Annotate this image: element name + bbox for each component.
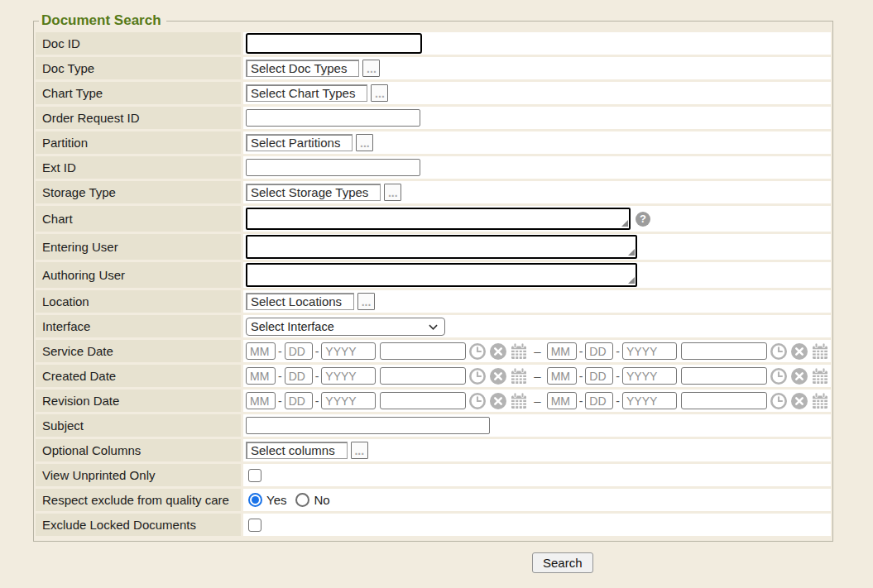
revision-date-to-day-input[interactable]: [585, 392, 613, 409]
service-date-from-month-input[interactable]: [246, 342, 276, 360]
chart-type-picker-field[interactable]: Select Chart Types: [246, 84, 367, 102]
chart-label: Chart: [36, 206, 241, 232]
chart-textarea[interactable]: [246, 208, 631, 230]
created-date-to-year-input[interactable]: [622, 367, 677, 385]
service-date-from-time-input[interactable]: [380, 342, 466, 360]
clear-icon[interactable]: [489, 392, 507, 410]
subject-input[interactable]: [246, 417, 490, 434]
authoring-user-textarea[interactable]: [246, 263, 637, 287]
service-date-to-year-input[interactable]: [622, 342, 677, 360]
calendar-icon[interactable]: [811, 392, 829, 410]
calendar-icon[interactable]: [510, 342, 528, 361]
created-date-from-month-input[interactable]: [246, 367, 276, 385]
help-icon[interactable]: ?: [636, 212, 650, 227]
row-subject: Subject: [36, 414, 831, 437]
row-respect-exclude-quality-care: Respect exclude from quality care Yes No: [36, 489, 831, 511]
calendar-icon[interactable]: [510, 367, 528, 385]
date-field-separator: -: [579, 345, 583, 358]
calendar-icon[interactable]: [510, 392, 528, 410]
created-date-label: Created Date: [36, 365, 241, 387]
created-date-from-time-input[interactable]: [380, 367, 466, 385]
clock-icon[interactable]: [770, 392, 788, 410]
location-picker-button[interactable]: ...: [357, 293, 375, 310]
clock-icon[interactable]: [468, 342, 487, 361]
clock-icon[interactable]: [468, 367, 487, 385]
revision-date-label: Revision Date: [36, 390, 241, 412]
clock-icon[interactable]: [770, 367, 788, 385]
ext-id-input[interactable]: [246, 159, 420, 176]
exclude-locked-documents-checkbox[interactable]: [248, 519, 261, 532]
interface-select-control[interactable]: Select Interface: [246, 318, 445, 336]
service-date-to-month-input[interactable]: [547, 342, 577, 360]
subject-label: Subject: [36, 414, 241, 437]
entering-user-textarea-wrap: [246, 235, 637, 259]
revision-date-from-time-input[interactable]: [380, 392, 466, 409]
storage-type-picker-button[interactable]: ...: [384, 184, 401, 201]
order-request-id-input[interactable]: [246, 109, 420, 127]
authoring-user-label: Authoring User: [36, 262, 241, 288]
service-date-to-time-input[interactable]: [681, 342, 767, 360]
radio-dot: [252, 496, 259, 504]
optional-columns-picker-button[interactable]: ...: [351, 442, 368, 459]
view-unprinted-only-checkbox[interactable]: [248, 469, 261, 482]
exclude-locked-documents-label: Exclude Locked Documents: [36, 514, 241, 536]
clear-icon[interactable]: [790, 392, 808, 410]
view-unprinted-only-label: View Unprinted Only: [36, 464, 241, 486]
clear-icon[interactable]: [489, 367, 507, 385]
revision-date-from-year-input[interactable]: [321, 392, 376, 409]
clear-icon[interactable]: [790, 367, 808, 385]
doc-id-label: Doc ID: [36, 32, 241, 55]
created-date-to-month-input[interactable]: [547, 367, 577, 385]
clear-icon[interactable]: [790, 342, 808, 361]
row-partition: Partition Select Partitions ...: [36, 131, 831, 154]
created-date-from-day-input[interactable]: [285, 367, 313, 385]
clear-icon[interactable]: [489, 342, 507, 361]
quality-care-yes-radio[interactable]: [248, 493, 262, 507]
location-label: Location: [36, 290, 241, 313]
service-date-from-day-input[interactable]: [285, 342, 313, 360]
revision-date-from-day-input[interactable]: [285, 392, 313, 409]
calendar-icon[interactable]: [811, 342, 829, 361]
document-search-form: Document Search Doc ID Doc Type Select D…: [33, 12, 833, 542]
chart-type-picker-button[interactable]: ...: [371, 84, 388, 102]
row-chart: Chart ?: [36, 206, 831, 232]
revision-date-to-month-input[interactable]: [547, 392, 577, 409]
row-order-request-id: Order Request ID: [36, 107, 831, 129]
quality-care-no-radio[interactable]: [295, 493, 309, 507]
date-field-separator: -: [315, 370, 319, 383]
clock-icon[interactable]: [770, 342, 788, 361]
partition-picker-button[interactable]: ...: [356, 134, 373, 151]
service-date-to-day-input[interactable]: [585, 342, 613, 360]
storage-type-picker-field[interactable]: Select Storage Types: [246, 184, 381, 201]
interface-select[interactable]: Select Interface: [246, 318, 445, 336]
optional-columns-picker-field[interactable]: Select columns: [246, 442, 348, 459]
date-field-separator: -: [278, 394, 282, 408]
entering-user-textarea[interactable]: [246, 235, 637, 259]
calendar-icon[interactable]: [811, 367, 829, 385]
revision-date-from-month-input[interactable]: [246, 392, 276, 409]
doc-id-input[interactable]: [246, 33, 422, 54]
form-title: Document Search: [39, 12, 166, 29]
row-created-date: Created Date - - – - -: [36, 365, 831, 387]
row-service-date: Service Date - - – - -: [36, 340, 831, 362]
service-date-from-year-input[interactable]: [321, 342, 376, 360]
row-view-unprinted-only: View Unprinted Only: [36, 464, 831, 486]
created-date-from-year-input[interactable]: [321, 367, 376, 385]
row-ext-id: Ext ID: [36, 156, 831, 179]
quality-care-yes-label: Yes: [266, 493, 286, 507]
storage-type-label: Storage Type: [36, 181, 241, 203]
date-field-separator: -: [315, 345, 319, 358]
doc-type-picker-field[interactable]: Select Doc Types: [246, 60, 359, 77]
doc-type-picker-button[interactable]: ...: [362, 60, 380, 77]
clock-icon[interactable]: [468, 392, 487, 410]
created-date-to-day-input[interactable]: [585, 367, 613, 385]
date-field-separator: -: [579, 394, 583, 408]
created-date-to-time-input[interactable]: [681, 367, 767, 385]
partition-picker-field[interactable]: Select Partitions: [246, 134, 353, 151]
revision-date-to-time-input[interactable]: [681, 392, 767, 409]
row-optional-columns: Optional Columns Select columns ...: [36, 439, 831, 461]
search-button[interactable]: Search: [532, 552, 593, 573]
location-picker-field[interactable]: Select Locations: [246, 293, 354, 310]
revision-date-to-year-input[interactable]: [622, 392, 677, 409]
date-field-separator: -: [579, 370, 583, 383]
